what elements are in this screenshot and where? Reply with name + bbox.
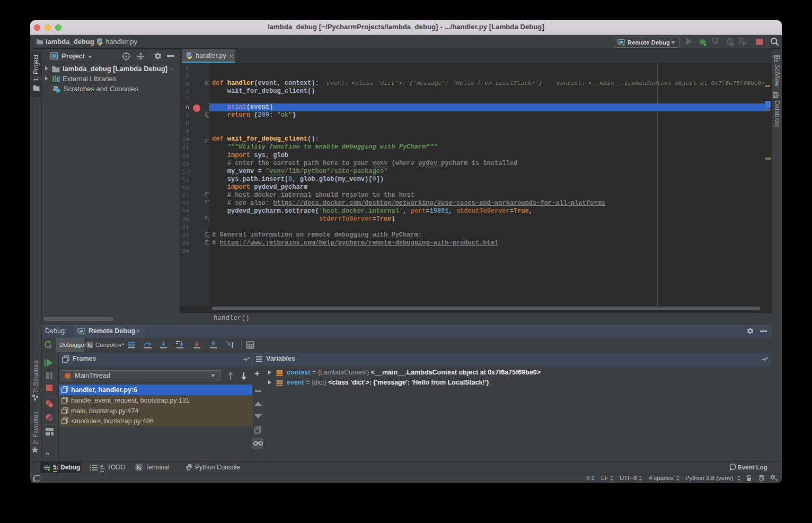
svg-text:?: ?: [775, 478, 778, 483]
